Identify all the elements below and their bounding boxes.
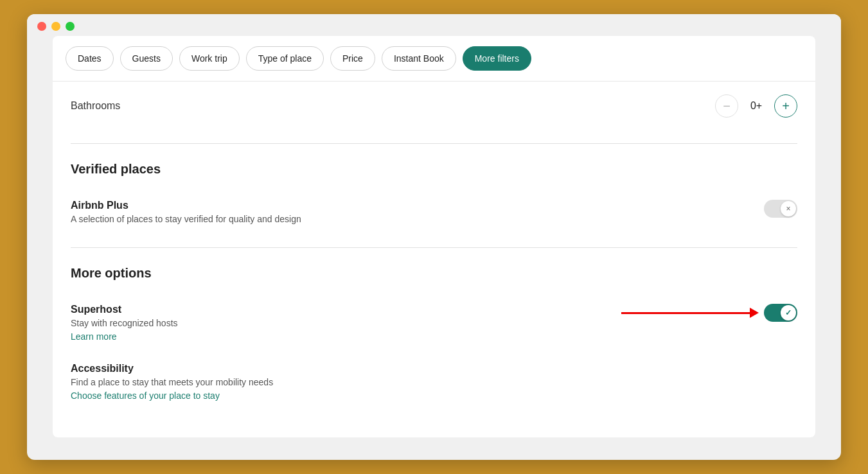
airbnb-plus-title: Airbnb Plus — [71, 200, 748, 211]
accessibility-row: Accessibility Find a place to stay that … — [71, 353, 797, 412]
bathrooms-controls: − 0+ + — [715, 94, 797, 118]
superhost-learn-more-link[interactable]: Learn more — [71, 331, 117, 342]
bathrooms-value: 0+ — [748, 100, 764, 112]
superhost-toggle-knob: ✓ — [781, 305, 796, 320]
superhost-row: Superhost Stay with recognized hosts Lea… — [71, 294, 797, 353]
bathrooms-increment-button[interactable]: + — [774, 94, 797, 118]
airbnb-plus-toggle[interactable]: × — [764, 200, 797, 218]
airbnb-plus-info: Airbnb Plus A selection of places to sta… — [71, 200, 748, 227]
bathrooms-label: Bathrooms — [71, 100, 120, 112]
airbnb-plus-description: A selection of places to stay verified f… — [71, 214, 748, 224]
more-options-title: More options — [71, 266, 797, 281]
filter-dates-button[interactable]: Dates — [66, 46, 114, 71]
title-bar — [27, 14, 841, 36]
superhost-description: Stay with recognized hosts — [71, 318, 748, 328]
superhost-info: Superhost Stay with recognized hosts Lea… — [71, 304, 748, 342]
filter-type-of-place-button[interactable]: Type of place — [246, 46, 324, 71]
superhost-toggle-container: ✓ — [764, 304, 797, 322]
filter-guests-button[interactable]: Guests — [120, 46, 173, 71]
accessibility-info: Accessibility Find a place to stay that … — [71, 363, 797, 401]
filter-instant-book-button[interactable]: Instant Book — [382, 46, 456, 71]
more-options-section: More options Superhost Stay with recogni… — [71, 266, 797, 412]
airbnb-plus-row: Airbnb Plus A selection of places to sta… — [71, 189, 797, 237]
superhost-title: Superhost — [71, 304, 748, 315]
airbnb-plus-toggle-knob: × — [781, 201, 796, 216]
bathrooms-decrement-button[interactable]: − — [715, 94, 738, 118]
arrow-head — [750, 308, 759, 318]
filter-more-filters-button[interactable]: More filters — [463, 46, 531, 71]
close-traffic-light[interactable] — [37, 22, 46, 31]
superhost-toggle[interactable]: ✓ — [764, 304, 797, 322]
accessibility-choose-features-link[interactable]: Choose features of your place to stay — [71, 391, 220, 401]
minimize-traffic-light[interactable] — [51, 22, 60, 31]
divider-2 — [71, 247, 797, 248]
filter-price-button[interactable]: Price — [330, 46, 375, 71]
maximize-traffic-light[interactable] — [66, 22, 75, 31]
verified-places-title: Verified places — [71, 162, 797, 177]
bathrooms-row: Bathrooms − 0+ + — [71, 82, 797, 133]
superhost-row-wrapper: Superhost Stay with recognized hosts Lea… — [71, 294, 797, 353]
accessibility-description: Find a place to stay that meets your mob… — [71, 377, 797, 387]
filter-bar: Dates Guests Work trip Type of place Pri… — [53, 36, 815, 82]
content-area: Dates Guests Work trip Type of place Pri… — [53, 36, 815, 437]
main-content: Bathrooms − 0+ + Verified places Airbnb … — [53, 82, 815, 437]
divider-1 — [71, 143, 797, 144]
airbnb-plus-toggle-container: × — [764, 200, 797, 218]
filter-work-trip-button[interactable]: Work trip — [179, 46, 240, 71]
verified-places-section: Verified places Airbnb Plus A selection … — [71, 162, 797, 237]
accessibility-title: Accessibility — [71, 363, 797, 374]
main-window: Dates Guests Work trip Type of place Pri… — [27, 14, 841, 460]
